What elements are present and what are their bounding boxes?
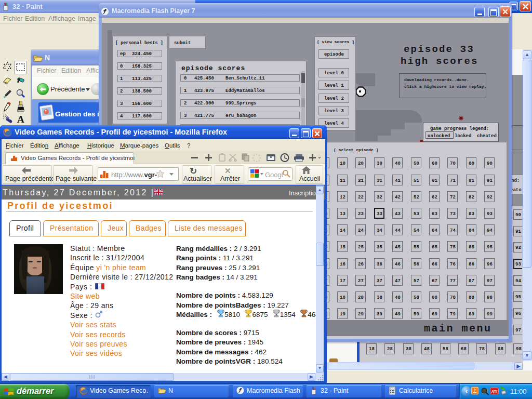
svg-text:ATI: ATI (491, 389, 498, 394)
